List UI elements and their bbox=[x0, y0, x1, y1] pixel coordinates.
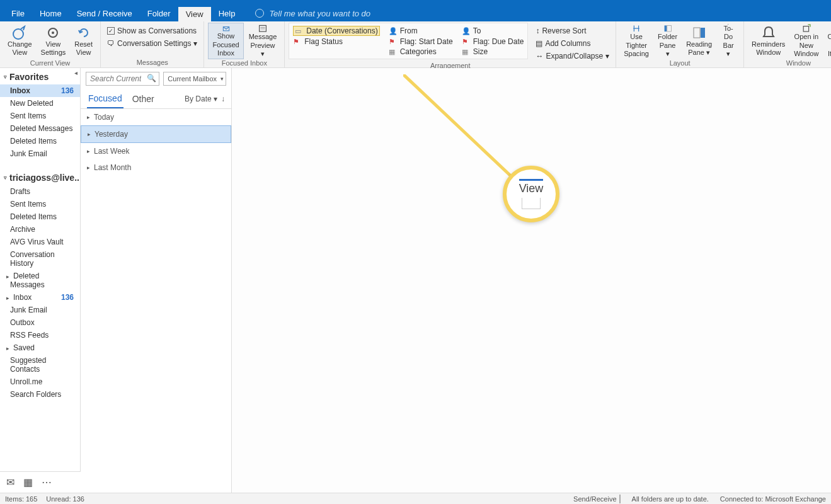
group-label-focused: Focused Inbox bbox=[208, 59, 280, 68]
arrangement-gallery[interactable]: Date (Conversations) From To Flag Status… bbox=[289, 23, 528, 59]
show-as-conversations-checkbox[interactable]: ✓ Show as Conversations bbox=[105, 25, 199, 37]
folder-item[interactable]: Deleted Items bbox=[0, 135, 80, 147]
group-label-messages: Messages bbox=[105, 59, 200, 67]
group-label-window: Window bbox=[748, 59, 831, 68]
sort-direction[interactable]: ↓ bbox=[221, 94, 225, 103]
tab-help[interactable]: Help bbox=[211, 5, 243, 21]
folder-item[interactable]: Sent Items bbox=[0, 110, 80, 122]
change-view-button[interactable]: Change View bbox=[4, 23, 36, 59]
focused-tab[interactable]: Focused bbox=[87, 89, 123, 108]
calendar-nav-icon[interactable]: ▦ bbox=[23, 476, 33, 488]
show-focused-inbox-button[interactable]: Show Focused Inbox bbox=[208, 23, 243, 59]
lightbulb-icon bbox=[255, 9, 264, 18]
arrange-flag-due[interactable]: Flag: Due Date bbox=[462, 37, 524, 46]
more-nav-icon[interactable]: ⋯ bbox=[42, 476, 52, 488]
reverse-sort-button[interactable]: ↕Reverse Sort bbox=[533, 25, 612, 37]
account-header[interactable]: ▿triciagoss@live.... bbox=[0, 169, 80, 185]
folder-item[interactable]: Inbox136 bbox=[0, 84, 80, 97]
workspace: ◂ ▿Favorites Inbox136New DeletedSent Ite… bbox=[0, 68, 831, 493]
gear-icon bbox=[45, 25, 60, 40]
status-uptodate: All folders are up to date. bbox=[632, 495, 709, 503]
date-group[interactable]: ▸Last Month bbox=[81, 159, 231, 176]
tab-view[interactable]: View bbox=[178, 5, 211, 21]
reading-pane-button[interactable]: Reading Pane ▾ bbox=[682, 23, 716, 59]
arrange-flag-start[interactable]: Flag: Start Date bbox=[389, 37, 453, 46]
folder-item[interactable]: Junk Email bbox=[0, 304, 80, 316]
triangle-down-icon: ▿ bbox=[4, 74, 7, 80]
date-group[interactable]: ▸Last Week bbox=[81, 143, 231, 159]
sort-by-date[interactable]: By Date ▾ bbox=[185, 94, 217, 103]
folder-item[interactable]: Suggested Contacts bbox=[0, 354, 80, 375]
search-box[interactable]: 🔍 bbox=[86, 72, 159, 86]
conversation-settings-button[interactable]: 🗨 Conversation Settings ▾ bbox=[105, 38, 200, 49]
expand-collapse-button[interactable]: ↔Expand/Collapse▾ bbox=[533, 50, 612, 62]
arrange-from[interactable]: From bbox=[389, 26, 453, 36]
arrange-categories[interactable]: Categories bbox=[389, 47, 453, 56]
categories-icon bbox=[389, 47, 398, 56]
tab-folder[interactable]: Folder bbox=[140, 5, 178, 21]
folder-pane-button[interactable]: Folder Pane ▾ bbox=[654, 23, 681, 59]
search-scope-dropdown[interactable]: Current Mailbox bbox=[163, 72, 226, 86]
reset-view-button[interactable]: Reset View bbox=[71, 23, 96, 59]
favorites-header[interactable]: ▿Favorites bbox=[0, 68, 80, 84]
folder-item[interactable]: Search Folders bbox=[0, 388, 80, 401]
folder-item[interactable]: AVG Virus Vault bbox=[0, 236, 80, 248]
folder-item[interactable]: Unroll.me bbox=[0, 375, 80, 388]
folder-item[interactable]: Sent Items bbox=[0, 198, 80, 210]
reminders-window-button[interactable]: Reminders Window bbox=[748, 23, 789, 59]
folder-item[interactable]: ▸Saved bbox=[0, 341, 80, 354]
tighter-spacing-button[interactable]: Use Tighter Spacing bbox=[620, 23, 653, 59]
show-as-conversations-label: Show as Conversations bbox=[117, 26, 197, 35]
arrange-date[interactable]: Date (Conversations) bbox=[293, 26, 379, 36]
tab-file[interactable]: File bbox=[4, 5, 32, 21]
mail-nav-icon[interactable]: ✉ bbox=[6, 476, 14, 488]
flag-icon bbox=[293, 37, 302, 46]
collapse-folder-pane[interactable]: ◂ bbox=[74, 69, 77, 76]
arrange-flag-status[interactable]: Flag Status bbox=[293, 37, 379, 46]
arrange-size[interactable]: Size bbox=[462, 47, 524, 56]
search-icon[interactable]: 🔍 bbox=[147, 74, 156, 83]
new-window-icon bbox=[799, 24, 814, 33]
folder-item[interactable]: Deleted Messages bbox=[0, 122, 80, 135]
callout-shadow bbox=[522, 198, 541, 209]
arrange-to[interactable]: To bbox=[462, 26, 524, 36]
close-all-label: Close All Items bbox=[827, 33, 831, 58]
spacing-label: Use Tighter Spacing bbox=[624, 33, 649, 58]
flag-icon bbox=[389, 37, 398, 46]
date-group[interactable]: ▸Yesterday bbox=[81, 125, 231, 143]
svg-rect-13 bbox=[803, 26, 808, 32]
folder-item[interactable]: Drafts bbox=[0, 185, 80, 198]
folder-item[interactable]: Outbox bbox=[0, 316, 80, 329]
date-group[interactable]: ▸Today bbox=[81, 109, 231, 125]
focused-inbox-icon bbox=[219, 25, 234, 32]
open-new-window-button[interactable]: Open in New Window bbox=[790, 23, 822, 59]
folder-item[interactable]: RSS Feeds bbox=[0, 329, 80, 341]
todo-bar-button[interactable]: To-Do Bar ▾ bbox=[717, 23, 740, 59]
folder-item[interactable]: Conversation History bbox=[0, 248, 80, 270]
add-columns-button[interactable]: ▤Add Columns bbox=[533, 38, 612, 49]
search-input[interactable] bbox=[86, 72, 145, 85]
folder-item[interactable]: Archive bbox=[0, 223, 80, 236]
group-label-layout: Layout bbox=[620, 59, 740, 68]
message-preview-icon bbox=[255, 24, 270, 33]
size-icon bbox=[462, 47, 471, 56]
folder-item[interactable]: ▸Deleted Messages bbox=[0, 270, 80, 291]
other-tab[interactable]: Other bbox=[131, 90, 156, 108]
message-preview-button[interactable]: Message Preview ▾ bbox=[245, 23, 281, 59]
tab-sendreceive[interactable]: Send / Receive bbox=[69, 5, 140, 21]
ribbon-tabs: File Home Send / Receive Folder View Hel… bbox=[0, 5, 831, 21]
reset-icon bbox=[76, 25, 91, 40]
folder-item[interactable]: New Deleted bbox=[0, 97, 80, 110]
tell-me-text: Tell me what you want to do bbox=[269, 9, 370, 18]
tab-home[interactable]: Home bbox=[32, 5, 69, 21]
folder-item[interactable]: Junk Email bbox=[0, 147, 80, 160]
folder-item[interactable]: Deleted Items bbox=[0, 210, 80, 223]
folder-item[interactable]: ▸Inbox136 bbox=[0, 291, 80, 304]
tell-me-search[interactable]: Tell me what you want to do bbox=[255, 9, 370, 18]
view-settings-label: View Settings bbox=[41, 40, 66, 57]
callout-circle: View bbox=[503, 166, 559, 222]
close-all-button[interactable]: Close All Items bbox=[823, 23, 831, 59]
view-settings-button[interactable]: View Settings bbox=[37, 23, 70, 59]
reverse-sort-icon: ↕ bbox=[536, 26, 539, 35]
reading-pane-label: Reading Pane ▾ bbox=[686, 40, 712, 57]
